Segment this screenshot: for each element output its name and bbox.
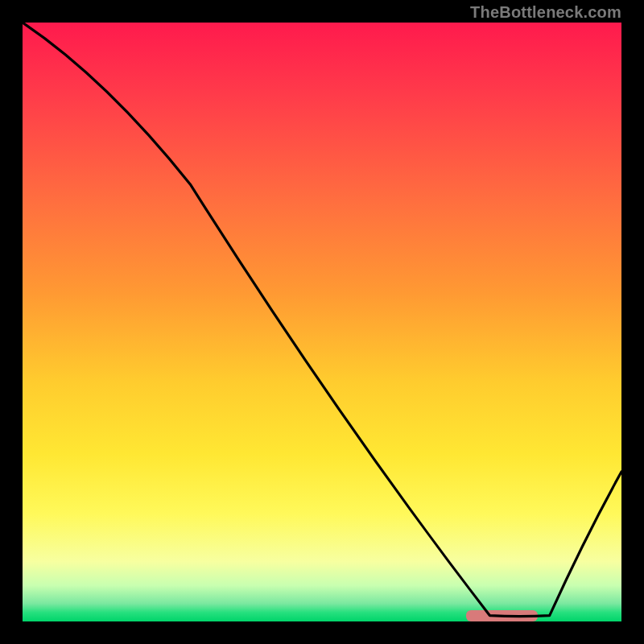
bottleneck-curve bbox=[23, 23, 621, 621]
watermark-text: TheBottleneck.com bbox=[470, 3, 621, 22]
plot-area bbox=[23, 23, 621, 621]
chart-frame: TheBottleneck.com bbox=[0, 0, 644, 644]
